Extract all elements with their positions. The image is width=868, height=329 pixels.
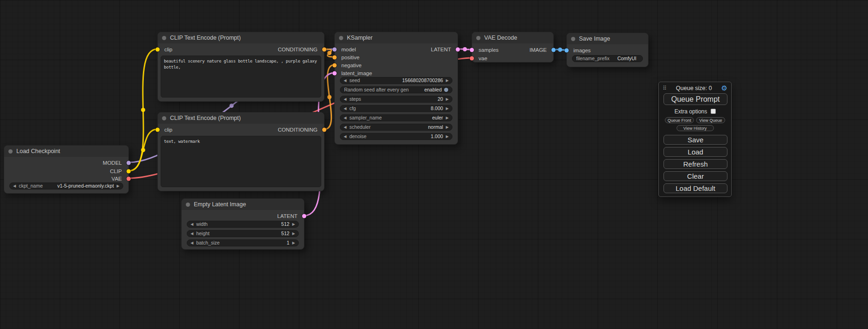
slot-row: clip CONDITIONING bbox=[158, 46, 324, 53]
toggle-dot-icon[interactable] bbox=[444, 88, 448, 92]
input-port-latent-image[interactable] bbox=[332, 71, 337, 76]
input-port-negative[interactable] bbox=[332, 63, 337, 68]
arrow-left-icon[interactable]: ◀ bbox=[344, 116, 346, 120]
arrow-left-icon[interactable]: ◀ bbox=[344, 135, 346, 139]
slot-label: images bbox=[573, 48, 591, 53]
node-save-image[interactable]: Save Image images filename_prefix ComfyU… bbox=[566, 33, 649, 67]
input-port-images[interactable] bbox=[565, 49, 569, 53]
queue-front-button[interactable]: Queue Front bbox=[665, 117, 694, 123]
arrow-left-icon[interactable]: ◀ bbox=[13, 184, 16, 188]
view-history-button[interactable]: View History bbox=[677, 125, 714, 131]
arrow-right-icon[interactable]: ▶ bbox=[446, 126, 449, 129]
node-header[interactable]: CLIP Text Encode (Prompt) bbox=[158, 112, 324, 124]
output-port-clip[interactable] bbox=[127, 169, 131, 174]
output-port-model[interactable] bbox=[127, 161, 131, 165]
widget-label: height bbox=[196, 231, 210, 237]
arrow-right-icon[interactable]: ▶ bbox=[292, 223, 295, 226]
collapse-icon[interactable] bbox=[476, 36, 480, 40]
node-header[interactable]: VAE Decode bbox=[472, 32, 553, 43]
input-port-samples[interactable] bbox=[470, 48, 474, 52]
queue-prompt-button[interactable]: Queue Prompt bbox=[663, 93, 727, 105]
positive-prompt-textarea[interactable]: beautiful scenery nature glass bottle la… bbox=[161, 56, 321, 98]
view-queue-button[interactable]: View Queue bbox=[696, 117, 725, 123]
arrow-right-icon[interactable]: ▶ bbox=[446, 107, 449, 111]
refresh-button[interactable]: Refresh bbox=[663, 159, 727, 169]
ckpt-name-widget[interactable]: ◀ ckpt_name v1-5-pruned-emaonly.ckpt ▶ bbox=[9, 182, 123, 189]
arrow-right-icon[interactable]: ▶ bbox=[446, 116, 449, 120]
drag-handle-icon[interactable]: ⠿ bbox=[663, 85, 667, 91]
negative-prompt-textarea[interactable]: text, watermark bbox=[161, 136, 321, 187]
node-header[interactable]: CLIP Text Encode (Prompt) bbox=[158, 32, 324, 43]
node-header[interactable]: Empty Latent Image bbox=[182, 199, 304, 210]
collapse-icon[interactable] bbox=[162, 36, 166, 40]
input-slot-vae: vae bbox=[472, 55, 553, 62]
arrow-right-icon[interactable]: ▶ bbox=[446, 98, 449, 101]
output-port-vae[interactable] bbox=[127, 177, 131, 181]
node-header[interactable]: Save Image bbox=[567, 33, 648, 44]
input-port-vae[interactable] bbox=[470, 56, 474, 61]
output-port-latent[interactable] bbox=[302, 214, 306, 218]
node-ksampler[interactable]: KSampler model LATENT positive negative … bbox=[334, 32, 458, 145]
steps-widget[interactable]: ◀ steps 20 ▶ bbox=[340, 96, 452, 103]
input-port-clip[interactable] bbox=[155, 48, 160, 52]
input-port-clip[interactable] bbox=[155, 128, 160, 132]
filename-prefix-widget[interactable]: filename_prefix ComfyUI bbox=[572, 55, 643, 62]
node-empty-latent-image[interactable]: Empty Latent Image LATENT ◀ width 512 ▶ … bbox=[181, 198, 304, 250]
arrow-right-icon[interactable]: ▶ bbox=[292, 241, 295, 245]
clear-button[interactable]: Clear bbox=[663, 171, 727, 181]
output-port-conditioning[interactable] bbox=[322, 48, 326, 52]
node-clip-text-encode-positive[interactable]: CLIP Text Encode (Prompt) clip CONDITION… bbox=[157, 32, 325, 102]
arrow-right-icon[interactable]: ▶ bbox=[446, 79, 449, 83]
collapse-icon[interactable] bbox=[186, 203, 190, 207]
arrow-right-icon[interactable]: ▶ bbox=[117, 184, 120, 188]
collapse-icon[interactable] bbox=[8, 149, 13, 154]
node-clip-text-encode-negative[interactable]: CLIP Text Encode (Prompt) clip CONDITION… bbox=[157, 112, 325, 191]
arrow-left-icon[interactable]: ◀ bbox=[191, 223, 193, 226]
arrow-left-icon[interactable]: ◀ bbox=[344, 79, 346, 83]
widget-value: 1 bbox=[287, 240, 289, 246]
node-header[interactable]: Load Checkpoint bbox=[4, 146, 128, 157]
node-canvas[interactable]: Load Checkpoint MODEL CLIP VAE ◀ ckpt_na… bbox=[0, 0, 868, 329]
save-button[interactable]: Save bbox=[663, 135, 727, 145]
output-port-conditioning[interactable] bbox=[322, 128, 326, 132]
widget-value: enabled bbox=[424, 87, 442, 93]
settings-gear-icon[interactable]: ⚙ bbox=[721, 84, 727, 91]
seed-widget[interactable]: ◀ seed 156680208700286 ▶ bbox=[340, 77, 452, 84]
cfg-widget[interactable]: ◀ cfg 8.000 ▶ bbox=[340, 105, 452, 112]
slot-label: IMAGE bbox=[529, 47, 547, 53]
arrow-right-icon[interactable]: ▶ bbox=[446, 135, 449, 139]
collapse-icon[interactable] bbox=[162, 116, 166, 120]
arrow-right-icon[interactable]: ▶ bbox=[292, 232, 295, 236]
arrow-left-icon[interactable]: ◀ bbox=[344, 126, 346, 129]
collapse-icon[interactable] bbox=[339, 36, 343, 40]
output-port-latent[interactable] bbox=[456, 48, 460, 52]
arrow-left-icon[interactable]: ◀ bbox=[191, 232, 193, 236]
denoise-widget[interactable]: ◀ denoise 1.000 ▶ bbox=[340, 133, 452, 140]
widget-value: 156680208700286 bbox=[402, 77, 443, 84]
input-port-positive[interactable] bbox=[332, 56, 337, 60]
widget-label: denoise bbox=[349, 133, 367, 140]
output-port-image[interactable] bbox=[551, 48, 556, 52]
node-header[interactable]: KSampler bbox=[335, 32, 458, 43]
queue-panel: ⠿ Queue size: 0 ⚙ Queue Prompt Extra opt… bbox=[658, 82, 732, 197]
arrow-left-icon[interactable]: ◀ bbox=[344, 98, 346, 101]
node-load-checkpoint[interactable]: Load Checkpoint MODEL CLIP VAE ◀ ckpt_na… bbox=[4, 145, 129, 194]
node-title: VAE Decode bbox=[484, 35, 517, 41]
arrow-left-icon[interactable]: ◀ bbox=[191, 241, 193, 245]
slot-label: CONDITIONING bbox=[278, 47, 318, 52]
random-seed-toggle-widget[interactable]: Random seed after every gen enabled bbox=[340, 86, 452, 93]
load-default-button[interactable]: Load Default bbox=[663, 183, 727, 193]
sampler-name-widget[interactable]: ◀ sampler_name euler ▶ bbox=[340, 114, 452, 121]
extra-options-checkbox[interactable] bbox=[711, 109, 716, 114]
wire-midpoint-dot bbox=[463, 47, 467, 51]
collapse-icon[interactable] bbox=[571, 37, 575, 41]
batch-size-widget[interactable]: ◀ batch_size 1 ▶ bbox=[187, 239, 299, 246]
arrow-left-icon[interactable]: ◀ bbox=[344, 107, 346, 111]
input-port-model[interactable] bbox=[332, 48, 337, 52]
scheduler-widget[interactable]: ◀ scheduler normal ▶ bbox=[340, 124, 452, 131]
height-widget[interactable]: ◀ height 512 ▶ bbox=[187, 230, 299, 237]
node-vae-decode[interactable]: VAE Decode samples IMAGE vae bbox=[472, 32, 554, 63]
width-widget[interactable]: ◀ width 512 ▶ bbox=[187, 221, 299, 228]
load-button[interactable]: Load bbox=[663, 147, 727, 157]
input-slot-images: images bbox=[567, 47, 648, 54]
